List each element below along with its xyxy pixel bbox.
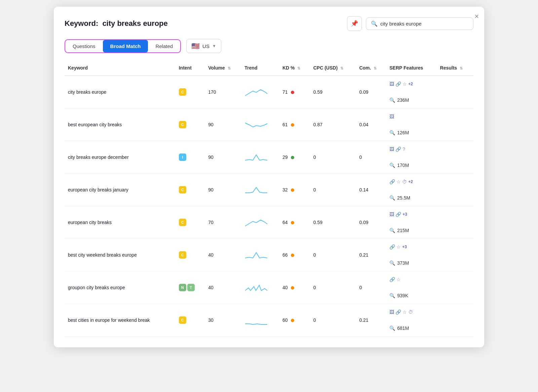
kd-cell: 60 (279, 304, 310, 337)
table-row: city breaks europe decemberI9029 00🖼🔗?🔍1… (65, 141, 473, 174)
results-cell: 🔍170M (386, 157, 436, 173)
com-cell: 0.09 (356, 206, 386, 239)
col-intent: Intent (176, 60, 205, 76)
results-cell: 🔍939K (386, 288, 436, 304)
keyword-cell: european city breaks january (65, 174, 176, 206)
intent-cell: C (176, 76, 205, 108)
keyword-cell: best european city breaks (65, 108, 176, 141)
trend-cell (241, 76, 279, 108)
volume-cell: 40 (205, 271, 241, 304)
volume-cell: 170 (205, 76, 241, 108)
volume-cell: 40 (205, 239, 241, 271)
country-flag: 🇺🇸 (191, 42, 200, 50)
results-search-icon: 🔍 (389, 130, 395, 135)
table-row: best european city breaksC9061 0.870.04🖼… (65, 108, 473, 141)
volume-cell: 70 (205, 206, 241, 239)
keyword-cell: best cities in europe for weekend break (65, 304, 176, 337)
volume-cell: 90 (205, 108, 241, 141)
tabs-row: Questions Broad Match Related 🇺🇸 US ▼ (65, 39, 473, 53)
pin-button[interactable]: 📌 (347, 16, 362, 31)
results-cell: 🔍215M (386, 222, 436, 238)
col-com[interactable]: Com. ⇅ (356, 60, 386, 76)
keyword-cell: city breaks europe (65, 76, 176, 108)
kd-cell: 32 (279, 174, 310, 206)
keyword-search-box[interactable]: 🔍 (366, 17, 473, 30)
search-input[interactable] (380, 21, 468, 27)
cpc-cell: 0 (310, 304, 356, 337)
close-button[interactable]: × (474, 12, 479, 21)
serp-cell: 🔗☆⏱+2 (386, 174, 436, 190)
trend-cell (241, 304, 279, 337)
serp-cell: 🔗☆ (386, 271, 436, 288)
kd-cell: 29 (279, 141, 310, 174)
trend-cell (241, 206, 279, 239)
results-cell: 🔍25.5M (386, 190, 436, 206)
country-selector[interactable]: 🇺🇸 US ▼ (186, 39, 221, 53)
cpc-cell: 0.59 (310, 76, 356, 108)
results-search-icon: 🔍 (389, 228, 395, 233)
table-header-row: Keyword Intent Volume ⇅ Trend KD % ⇅ CPC (65, 60, 473, 76)
country-code: US (202, 43, 209, 49)
table-row: city breaks europeC17071 0.590.09🖼🔗☆+2🔍2… (65, 76, 473, 108)
keyword-modal: × Keyword: city breaks europe 📌 🔍 Questi… (54, 7, 484, 347)
com-cell: 0.04 (356, 108, 386, 141)
table-row: best cities in europe for weekend breakC… (65, 304, 473, 337)
results-search-icon: 🔍 (389, 260, 395, 266)
cpc-cell: 0.87 (310, 108, 356, 141)
volume-cell: 90 (205, 141, 241, 174)
results-value: 939K (397, 293, 408, 298)
kd-cell: 71 (279, 76, 310, 108)
keyword-cell: groupon city breaks europe (65, 271, 176, 304)
com-cell: 0 (356, 141, 386, 174)
serp-cell: 🖼🔗+3 (386, 206, 436, 222)
com-cell: 0 (356, 271, 386, 304)
cpc-cell: 0.59 (310, 206, 356, 239)
header-actions: 📌 🔍 (347, 16, 473, 31)
kd-cell: 61 (279, 108, 310, 141)
trend-cell (241, 239, 279, 271)
col-kd[interactable]: KD % ⇅ (279, 60, 310, 76)
serp-cell: 🖼🔗? (386, 141, 436, 157)
sort-icon-cpc: ⇅ (340, 66, 343, 70)
col-cpc[interactable]: CPC (USD) ⇅ (310, 60, 356, 76)
keyword-type-tabs: Questions Broad Match Related (65, 39, 181, 53)
kd-cell: 64 (279, 206, 310, 239)
intent-cell: C (176, 304, 205, 337)
page-title: Keyword: city breaks europe (65, 19, 168, 28)
col-keyword: Keyword (65, 60, 176, 76)
com-cell: 0.09 (356, 76, 386, 108)
intent-cell: C (176, 108, 205, 141)
results-search-icon: 🔍 (389, 97, 395, 103)
results-value: 126M (397, 130, 409, 135)
results-value: 170M (397, 163, 409, 168)
sort-icon-com: ⇅ (374, 66, 377, 70)
tab-questions[interactable]: Questions (65, 40, 103, 52)
sort-icon-kd: ⇅ (297, 66, 300, 70)
col-results[interactable]: Results ⇅ (437, 60, 473, 76)
intent-cell: NT (176, 271, 205, 304)
col-trend: Trend (241, 60, 279, 76)
kd-cell: 66 (279, 239, 310, 271)
table-row: groupon city breaks europeNT4040 00🔗☆🔍93… (65, 271, 473, 304)
results-search-icon: 🔍 (389, 293, 395, 298)
pin-icon: 📌 (351, 20, 358, 27)
tab-related[interactable]: Related (148, 40, 180, 52)
keywords-table: Keyword Intent Volume ⇅ Trend KD % ⇅ CPC (65, 60, 473, 337)
col-volume[interactable]: Volume ⇅ (205, 60, 241, 76)
intent-cell: I (176, 141, 205, 174)
keyword-cell: best city weekend breaks europe (65, 239, 176, 271)
search-icon: 🔍 (371, 20, 378, 27)
trend-cell (241, 174, 279, 206)
results-search-icon: 🔍 (389, 163, 395, 168)
sort-icon-results: ⇅ (460, 66, 463, 70)
table-row: best city weekend breaks europeC4066 00.… (65, 239, 473, 271)
results-value: 681M (397, 325, 409, 331)
results-cell: 🔍126M (386, 125, 436, 141)
keyword-cell: city breaks europe december (65, 141, 176, 174)
tab-broad-match[interactable]: Broad Match (103, 40, 148, 52)
results-cell: 🔍373M (386, 255, 436, 271)
results-search-icon: 🔍 (389, 325, 395, 331)
com-cell: 0.14 (356, 174, 386, 206)
results-value: 236M (397, 97, 409, 103)
volume-cell: 30 (205, 304, 241, 337)
